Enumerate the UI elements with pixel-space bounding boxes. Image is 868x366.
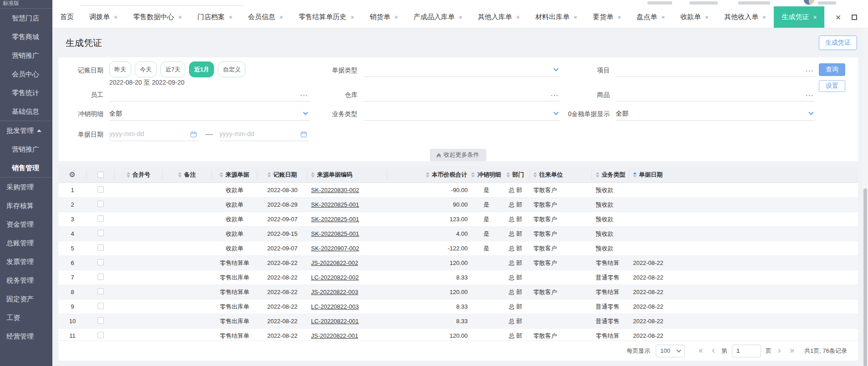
source-doc-link[interactable]: SK-20220907-002 [311, 245, 359, 252]
sidebar-item-销售管理[interactable]: 销售管理 [0, 158, 52, 177]
first-page-icon[interactable] [698, 347, 705, 354]
column-header-单据日期[interactable]: 单据日期 [629, 170, 858, 180]
close-tab-icon[interactable]: × [762, 14, 766, 21]
tab-收款单[interactable]: 收款单× [673, 6, 716, 28]
sidebar-item-固定资产[interactable]: 固定资产 [0, 290, 52, 308]
table-row[interactable]: 10零售出库单2022-08-22LC-20220822-0018.33总 部普… [58, 314, 858, 329]
sidebar-item-基础信息[interactable]: 基础信息 [0, 102, 52, 121]
table-row[interactable]: 9零售出库单2022-08-22LC-20220822-0038.33总 部普通… [58, 300, 858, 314]
collapse-more-conditions-button[interactable]: 收起更多条件 [430, 149, 486, 161]
sidebar-item-营销推广[interactable]: 营销推广 [0, 46, 52, 65]
close-tab-icon[interactable]: × [114, 14, 117, 21]
row-checkbox[interactable] [97, 186, 104, 193]
calendar-icon[interactable] [301, 131, 307, 137]
restore-window-icon[interactable] [852, 15, 857, 20]
warehouse-picker[interactable]: ... [363, 88, 560, 102]
tab-首页[interactable]: 首页 [52, 6, 82, 28]
table-row[interactable]: 2收款单2022-08-29SK-20220825-00190.00是总 部零散… [58, 198, 858, 212]
close-tab-icon[interactable]: × [178, 14, 182, 21]
column-header-备注[interactable]: 备注 [163, 170, 212, 180]
prev-page-icon[interactable] [710, 347, 717, 354]
sort-icon[interactable] [426, 172, 429, 178]
table-row[interactable]: 5收款单2022-09-07SK-20220907-002-122.00是总 部… [58, 241, 858, 256]
table-row[interactable]: 7零售出库单2022-08-22LC-20220822-0028.33总 部普通… [58, 270, 858, 285]
close-tab-icon[interactable]: × [574, 14, 577, 21]
row-checkbox[interactable] [97, 332, 104, 338]
page-size-select[interactable]: 100 [656, 345, 685, 357]
source-doc-link[interactable]: JS-20220822-002 [311, 259, 358, 266]
table-row[interactable]: 4收款单2022-09-15SK-20220825-0014.00是总 部零散客… [58, 227, 858, 241]
sort-icon[interactable] [311, 172, 315, 178]
table-row[interactable]: 1收款单2022-08-30SK-20220830-002-90.00是总 部零… [58, 183, 858, 198]
scrollbar-thumb[interactable] [863, 188, 867, 366]
column-header-记账日期[interactable]: 记账日期 [257, 170, 307, 180]
page-number-input[interactable]: 1 [732, 345, 761, 357]
table-row[interactable]: 8零售结算单2022-08-22JS-20220822-003120.00总 部… [58, 285, 858, 300]
tab-销货单[interactable]: 销货单× [362, 6, 406, 28]
date-preset-近7天[interactable]: 近7天 [160, 61, 185, 77]
close-tab-icon[interactable]: × [459, 14, 462, 21]
tab-零售结算单历史[interactable]: 零售结算单历史× [291, 6, 362, 28]
close-all-tabs-icon[interactable]: × [836, 13, 841, 22]
source-doc-link[interactable]: JS-20220822-001 [311, 332, 358, 339]
close-tab-icon[interactable]: × [813, 14, 817, 21]
row-checkbox[interactable] [97, 288, 104, 295]
zero-amount-select[interactable]: 全部 [616, 107, 815, 121]
source-doc-link[interactable]: SK-20220825-001 [311, 201, 359, 208]
tab-要货单[interactable]: 要货单× [585, 6, 629, 28]
sort-icon[interactable] [267, 172, 271, 178]
column-header-来源单据[interactable]: 来源单据 [212, 170, 257, 180]
column-settings-button[interactable]: ⚙ [58, 170, 87, 180]
column-header-部门[interactable]: 部门 [501, 170, 530, 180]
close-tab-icon[interactable]: × [280, 14, 283, 21]
column-header-业务类型[interactable]: 业务类型 [592, 170, 629, 180]
row-checkbox[interactable] [97, 215, 104, 222]
sidebar-item-工资[interactable]: 工资 [0, 308, 52, 327]
sidebar-item-库存核算[interactable]: 库存核算 [0, 196, 52, 215]
sort-icon[interactable] [127, 172, 130, 178]
close-tab-icon[interactable]: × [705, 14, 709, 21]
tab-门店档案[interactable]: 门店档案× [189, 6, 240, 28]
date-preset-近1月[interactable]: 近1月 [189, 61, 214, 77]
select-all-checkbox[interactable] [87, 170, 115, 180]
sidebar-item-经营管理[interactable]: 经营管理 [0, 327, 52, 346]
goods-picker[interactable]: ... [616, 88, 815, 102]
tab-盘点单[interactable]: 盘点单× [629, 6, 673, 28]
row-checkbox[interactable] [97, 201, 104, 207]
checkbox[interactable] [97, 172, 104, 178]
source-doc-link[interactable]: LC-20220822-002 [311, 274, 359, 281]
row-checkbox[interactable] [97, 259, 104, 265]
query-button[interactable]: 查询 [819, 63, 845, 76]
window-scrollbar[interactable] [863, 28, 868, 366]
table-row[interactable]: 11零售结算单2022-08-22JS-20220822-001120.00总 … [58, 329, 858, 341]
sort-icon[interactable] [633, 172, 637, 178]
next-page-icon[interactable] [776, 347, 783, 354]
calendar-icon[interactable] [190, 131, 197, 137]
sidebar-item-营销推广[interactable]: 营销推广 [0, 140, 52, 158]
gear-icon[interactable]: ⚙ [69, 170, 75, 179]
close-tab-icon[interactable]: × [516, 14, 520, 21]
tab-生成凭证[interactable]: 生成凭证× [774, 6, 824, 28]
row-checkbox[interactable] [97, 303, 104, 309]
doc-date-end-input[interactable]: yyyy-mm-dd [220, 127, 309, 141]
sort-icon[interactable] [471, 172, 475, 178]
sidebar-item-税务管理[interactable]: 税务管理 [0, 271, 52, 290]
column-header-本币价税合计[interactable]: 本币价税合计 [387, 170, 471, 180]
employee-picker[interactable]: ... [109, 88, 310, 102]
close-tab-icon[interactable]: × [618, 14, 621, 21]
doc-date-start-input[interactable]: yyyy-mm-dd [109, 127, 199, 141]
row-checkbox[interactable] [97, 230, 104, 236]
tab-会员信息[interactable]: 会员信息× [240, 6, 291, 28]
project-picker[interactable]: ... [616, 63, 815, 77]
source-doc-link[interactable]: LC-20220822-001 [311, 318, 359, 325]
ellipsis-picker-icon[interactable]: ... [551, 87, 559, 101]
business-type-select[interactable] [363, 107, 560, 121]
close-tab-icon[interactable]: × [394, 14, 398, 21]
close-tab-icon[interactable]: × [351, 14, 354, 21]
source-doc-link[interactable]: LC-20220822-003 [311, 303, 359, 310]
tab-零售数据中心[interactable]: 零售数据中心× [125, 6, 189, 28]
column-header-冲销明细[interactable]: 冲销明细 [471, 170, 501, 180]
date-preset-自定义[interactable]: 自定义 [218, 61, 245, 77]
sort-icon[interactable] [220, 172, 223, 178]
sort-icon[interactable] [178, 172, 182, 178]
